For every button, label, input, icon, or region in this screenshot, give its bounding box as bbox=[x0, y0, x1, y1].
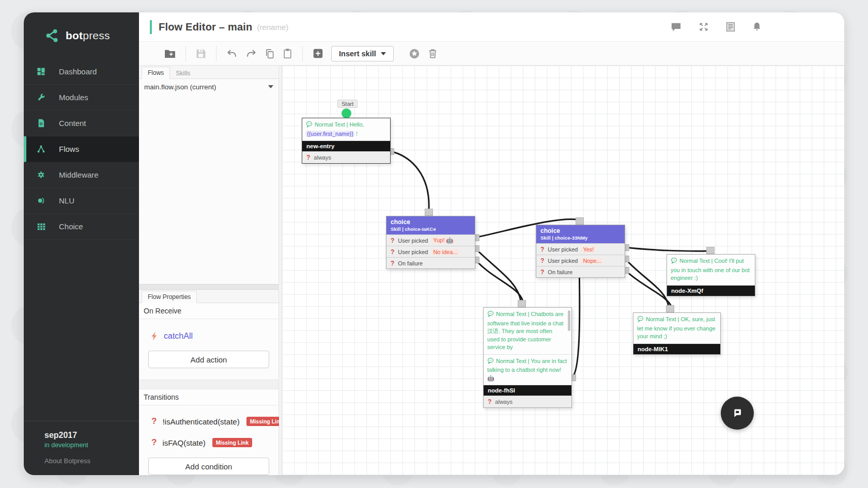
sidebar-item-flows[interactable]: Flows bbox=[24, 136, 139, 162]
undo-icon[interactable] bbox=[226, 49, 238, 58]
sidebar-item-choice[interactable]: Choice bbox=[24, 214, 139, 240]
brand-text: botpress bbox=[66, 29, 110, 42]
tab-flows[interactable]: Flows bbox=[142, 67, 170, 79]
botpress-logo[interactable]: botpress bbox=[24, 12, 139, 59]
insert-node-icon[interactable] bbox=[313, 48, 323, 59]
catchall-label: catchAll bbox=[164, 332, 193, 341]
node-new-entry[interactable]: Normal Text | Hello, {{user.first_name}}… bbox=[302, 118, 391, 164]
node-scrollbar[interactable] bbox=[568, 310, 570, 331]
node-fhSl[interactable]: Normal Text | Chatbots are software that… bbox=[483, 307, 572, 408]
node-choice-IaKCe[interactable]: choice Skill | choice-IaKCe ?User picked… bbox=[386, 216, 475, 269]
question-icon: ? bbox=[151, 416, 157, 427]
log-icon[interactable] bbox=[726, 22, 735, 32]
bell-icon[interactable] bbox=[752, 22, 762, 32]
nlu-icon bbox=[36, 196, 46, 205]
node-name-bar: new-entry bbox=[302, 141, 390, 151]
rename-link[interactable]: (rename) bbox=[257, 23, 288, 32]
tab-skills[interactable]: Skills bbox=[170, 68, 196, 79]
flow-connector bbox=[391, 151, 429, 210]
sidebar-item-middleware[interactable]: Middleware bbox=[24, 162, 139, 188]
transitions-body: ? !isAuthenticated(state) Missing Link ?… bbox=[139, 405, 278, 475]
on-receive-body: catchAll Add action bbox=[139, 319, 278, 368]
connection-port[interactable] bbox=[706, 247, 715, 254]
node-transition-row[interactable]: ?always bbox=[484, 396, 571, 407]
choice-node-header: choice Skill | choice-33NMy bbox=[536, 225, 625, 243]
transition-condition: !isAuthenticated(state) bbox=[162, 417, 239, 426]
fullscreen-icon[interactable] bbox=[699, 22, 709, 32]
transition-row[interactable]: ? !isAuthenticated(state) Missing Link bbox=[151, 416, 269, 427]
dashboard-icon bbox=[36, 67, 46, 76]
choice-subtitle: Skill | choice-33NMy bbox=[540, 235, 621, 241]
start-port[interactable] bbox=[342, 108, 351, 118]
node-transition-row[interactable]: ?always bbox=[302, 151, 390, 163]
node-content-text: Normal Text | You are in fact talking to… bbox=[484, 355, 571, 386]
missing-link-badge: Missing Link bbox=[212, 438, 253, 447]
copy-icon[interactable] bbox=[265, 48, 275, 59]
choice-row[interactable]: ?On failure bbox=[536, 266, 625, 277]
chat-bubble-icon bbox=[730, 405, 745, 421]
about-botpress-link[interactable]: About Botpress bbox=[44, 457, 139, 465]
chat-icon[interactable] bbox=[671, 22, 681, 32]
node-XmQf[interactable]: Normal Text | Cool! I'll put you in touc… bbox=[667, 254, 755, 296]
paste-icon[interactable] bbox=[283, 48, 292, 59]
sidebar-menu: Dashboard Modules Content Flows Middlewa… bbox=[24, 59, 139, 240]
catchall-action[interactable]: catchAll bbox=[150, 332, 269, 341]
flow-list-area[interactable] bbox=[139, 95, 278, 284]
flow-connector bbox=[625, 259, 669, 306]
insert-skill-button[interactable]: Insert skill bbox=[331, 46, 394, 61]
choice-row-label: User picked bbox=[398, 238, 428, 244]
choice-title: choice bbox=[540, 227, 621, 234]
node-name-bar: node-MlK1 bbox=[633, 344, 720, 354]
choice-row-value: Yes! bbox=[581, 246, 595, 253]
star-icon[interactable] bbox=[409, 48, 420, 59]
choice-title: choice bbox=[391, 218, 471, 226]
redo-icon[interactable] bbox=[245, 49, 257, 58]
flow-toolbar: Insert skill bbox=[139, 41, 844, 66]
new-flow-icon[interactable] bbox=[164, 49, 176, 58]
connection-port[interactable] bbox=[576, 217, 584, 225]
trash-icon[interactable] bbox=[428, 48, 438, 59]
chat-fab-button[interactable] bbox=[721, 397, 754, 430]
flow-select-dropdown[interactable]: main.flow.json (current) bbox=[139, 79, 278, 95]
choice-row[interactable]: ?User pickedYup! 🤖 bbox=[386, 234, 475, 246]
botpress-logo-icon bbox=[44, 28, 60, 43]
node-MlK1[interactable]: Normal Text | OK, sure, just let me know… bbox=[633, 312, 721, 355]
flow-canvas[interactable]: Start Normal Text | He bbox=[282, 66, 844, 475]
sidebar-item-dashboard[interactable]: Dashboard bbox=[24, 59, 139, 85]
node-content-text: Normal Text | Chatbots are software that… bbox=[484, 308, 571, 355]
lightning-icon bbox=[150, 332, 159, 341]
transition-condition: isFAQ(state) bbox=[162, 438, 205, 447]
add-condition-button[interactable]: Add condition bbox=[148, 458, 269, 475]
save-icon[interactable] bbox=[196, 49, 206, 59]
choice-row[interactable]: ?User pickedNope... bbox=[536, 255, 625, 266]
sidebar: botpress Dashboard Modules Content Flows… bbox=[24, 12, 139, 475]
sidebar-item-label: Middleware bbox=[59, 170, 99, 179]
variable-chip: {{user.first_name}} bbox=[306, 131, 354, 137]
choice-row[interactable]: ?User pickedYes! bbox=[536, 243, 625, 255]
sidebar-item-label: Dashboard bbox=[59, 67, 97, 76]
sidebar-item-nlu[interactable]: NLU bbox=[24, 188, 139, 214]
wrench-icon bbox=[36, 93, 46, 102]
tab-flow-properties[interactable]: Flow Properties bbox=[142, 291, 197, 303]
sidebar-item-modules[interactable]: Modules bbox=[24, 85, 139, 111]
connection-port[interactable] bbox=[518, 300, 526, 307]
connection-port[interactable] bbox=[666, 305, 674, 312]
speech-bubble-icon bbox=[487, 357, 494, 367]
node-text: Normal Text | Hello, bbox=[315, 121, 364, 128]
choice-row[interactable]: ?User pickedNo idea... bbox=[386, 246, 475, 257]
add-action-button[interactable]: Add action bbox=[148, 351, 269, 368]
connection-port[interactable] bbox=[425, 209, 433, 216]
sidebar-item-label: Modules bbox=[59, 93, 88, 102]
flow-select-value: main.flow.json (current) bbox=[144, 83, 216, 91]
choice-row-label: User picked bbox=[398, 249, 428, 255]
transition-row[interactable]: ? isFAQ(state) Missing Link bbox=[151, 437, 269, 448]
choice-row[interactable]: ?On failure bbox=[386, 257, 475, 269]
choice-row-value: No idea... bbox=[431, 249, 459, 255]
sidebar-item-content[interactable]: Content bbox=[24, 111, 139, 136]
question-icon: ? bbox=[306, 154, 310, 161]
question-icon: ? bbox=[540, 269, 544, 276]
bot-status: in development bbox=[44, 442, 139, 449]
node-choice-33NMy[interactable]: choice Skill | choice-33NMy ?User picked… bbox=[536, 225, 625, 278]
sidebar-item-label: Flows bbox=[59, 145, 79, 153]
sidebar-item-label: NLU bbox=[59, 196, 74, 205]
